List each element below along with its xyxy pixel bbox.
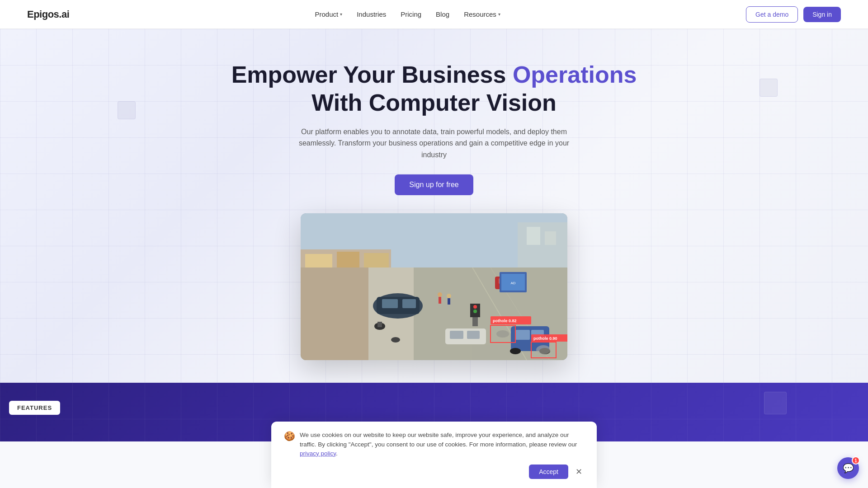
logo[interactable]: Epigos.ai: [27, 9, 69, 20]
svg-rect-22: [450, 331, 463, 339]
svg-rect-6: [305, 254, 332, 267]
svg-text:pothole  0.90: pothole 0.90: [533, 336, 557, 341]
decorative-purple-square: [764, 392, 787, 414]
svg-rect-8: [364, 253, 389, 267]
svg-rect-3: [545, 231, 556, 245]
hero-title: Empower Your Business Operations With Co…: [9, 61, 859, 117]
svg-point-15: [473, 305, 477, 309]
svg-rect-7: [337, 252, 359, 267]
hero-subtitle: Our platform enables you to annotate dat…: [289, 126, 579, 161]
nav-actions: Get a demo Sign in: [746, 6, 841, 23]
hero-section: Empower Your Business Operations With Co…: [0, 29, 868, 383]
sign-in-button[interactable]: Sign in: [803, 7, 841, 22]
hero-content: Empower Your Business Operations With Co…: [9, 61, 859, 360]
cookie-text: We use cookies on our website to keep ou…: [300, 431, 584, 441]
svg-rect-1: [518, 222, 567, 272]
hero-image-bg: AD pothole 0.82 pothole 0.90: [301, 213, 567, 360]
svg-rect-33: [377, 322, 382, 327]
svg-point-48: [496, 330, 509, 338]
svg-point-35: [438, 292, 442, 297]
nav-resources[interactable]: Resources ▾: [464, 10, 500, 18]
svg-text:AD: AD: [510, 281, 515, 285]
resources-chevron-icon: ▾: [498, 12, 500, 17]
nav-links: Product ▾ Industries Pricing Blog Resour…: [315, 10, 500, 18]
nav-pricing[interactable]: Pricing: [401, 10, 421, 18]
svg-rect-36: [439, 297, 441, 304]
cookie-top: 🍪 We use cookies on our website to keep …: [284, 431, 584, 441]
nav-product[interactable]: Product ▾: [315, 10, 342, 18]
svg-rect-20: [402, 299, 416, 308]
road-scene-svg: AD pothole 0.82 pothole 0.90: [301, 213, 567, 360]
svg-point-27: [510, 348, 521, 354]
svg-rect-38: [448, 298, 450, 305]
svg-point-34: [391, 337, 400, 343]
hero-image: AD pothole 0.82 pothole 0.90: [301, 213, 567, 360]
svg-rect-2: [527, 227, 540, 245]
get-demo-button[interactable]: Get a demo: [746, 6, 798, 23]
cookie-banner: 🍪 We use cookies on our website to keep …: [271, 422, 597, 441]
features-label: FEATURES: [9, 401, 60, 415]
cookie-icon: 🍪: [284, 431, 295, 441]
nav-blog[interactable]: Blog: [436, 10, 449, 18]
svg-point-49: [536, 345, 551, 354]
signup-button[interactable]: Sign up for free: [395, 174, 473, 195]
product-chevron-icon: ▾: [340, 12, 342, 17]
svg-rect-23: [467, 331, 480, 339]
svg-text:pothole  0.82: pothole 0.82: [493, 319, 517, 323]
svg-rect-19: [382, 299, 398, 308]
svg-point-16: [473, 310, 477, 313]
svg-point-37: [447, 294, 451, 298]
svg-rect-25: [515, 330, 530, 340]
navbar: Epigos.ai Product ▾ Industries Pricing B…: [0, 0, 868, 29]
nav-industries[interactable]: Industries: [357, 10, 386, 18]
